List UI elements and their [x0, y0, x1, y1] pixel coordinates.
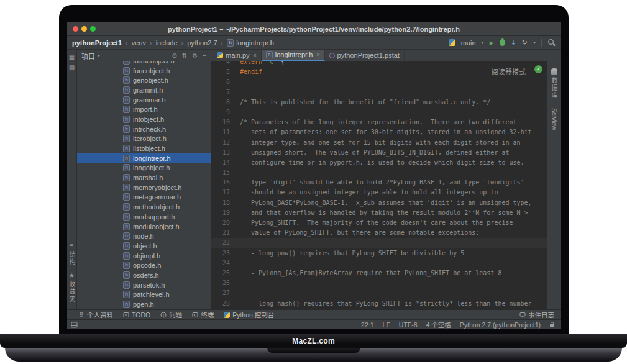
project-panel-title[interactable]: 项目	[81, 51, 95, 61]
run-icon[interactable]: ▶	[490, 40, 494, 46]
run-config-selector[interactable]: main	[461, 39, 476, 47]
breadcrumb-venv[interactable]: venv	[132, 39, 146, 47]
sciview-tool-button[interactable]: SciView	[551, 108, 557, 130]
tree-item[interactable]: hmethodobject.h	[77, 202, 211, 212]
tree-item[interactable]: hgrammar.h	[77, 95, 211, 105]
python-console-tool-button[interactable]: Python 控制台	[224, 310, 274, 319]
reader-mode-label[interactable]: 阅读器模式	[488, 66, 529, 77]
close-button[interactable]	[73, 26, 78, 32]
code-line[interactable]: 28 - long_hash() requires that PyLong_SH…	[211, 299, 547, 309]
tree-item[interactable]: hiterobject.h	[77, 134, 211, 144]
tab-pstat[interactable]: pythonProject1.pstat	[325, 50, 405, 61]
bookmark-list-icon[interactable]: ▤	[67, 64, 76, 71]
tree-item[interactable]: hobjimpl.h	[77, 251, 211, 261]
debug-icon[interactable]	[500, 39, 505, 46]
line-number[interactable]: 20	[211, 218, 230, 228]
line-number[interactable]: 10	[211, 117, 230, 127]
tree-item[interactable]: hmemoryobject.h	[77, 183, 211, 193]
line-separator-widget[interactable]: LF	[383, 321, 390, 329]
tree-item[interactable]: hobject.h	[77, 241, 211, 251]
code-line[interactable]: 19 and that overflow is handled by takin…	[211, 208, 547, 218]
expand-collapse-icon[interactable]: ⇅	[182, 52, 187, 59]
problems-tool-button[interactable]: 问题	[160, 310, 182, 319]
tree-item[interactable]: hgenobject.h	[77, 75, 211, 85]
breadcrumb-project[interactable]: pythonProject1	[72, 39, 122, 47]
breadcrumb-file[interactable]: h longintrepr.h	[227, 39, 274, 47]
code-line[interactable]: 26	[211, 278, 547, 288]
profiler-tool-button[interactable]: 个人资料	[78, 310, 113, 319]
code-line[interactable]: 24	[211, 258, 547, 268]
code-line[interactable]: 9	[211, 107, 547, 117]
window-titlebar[interactable]: pythonProject1 – ~/PycharmProjects/pytho…	[67, 22, 561, 36]
line-number[interactable]: 26	[211, 278, 230, 288]
line-number[interactable]: 19	[211, 208, 230, 218]
code-line[interactable]: 18 PyLong_BASE*PyLong_BASE-1. x_sub assu…	[211, 198, 547, 208]
encoding-widget[interactable]: UTF-8	[399, 321, 418, 329]
code-line[interactable]: 23 - long_pow() requires that PyLong_SHI…	[211, 248, 547, 258]
tree-item[interactable]: hparsetok.h	[77, 280, 211, 290]
line-number[interactable]: 25	[211, 268, 230, 278]
database-tool-button[interactable]: 数据库	[549, 68, 559, 99]
line-number[interactable]: 22	[211, 238, 230, 248]
line-number[interactable]: 21	[211, 228, 230, 238]
code-line[interactable]: 14 configure time or in pyport.h, is use…	[211, 158, 547, 168]
close-icon[interactable]: ×	[316, 52, 319, 58]
tab-main-py[interactable]: main.py ×	[213, 50, 262, 61]
structure-tool-button[interactable]: ≡ 结构	[67, 242, 76, 266]
line-number[interactable]: 24	[211, 258, 230, 268]
tree-item[interactable]: hfuncobject.h	[77, 66, 211, 76]
code-editor[interactable]: 4extern "C" {5#endif678/* This is publis…	[211, 61, 547, 309]
line-number[interactable]: 15	[211, 168, 230, 178]
line-number[interactable]: 7	[211, 88, 230, 98]
code-line[interactable]: 22	[211, 238, 547, 248]
settings-gear-icon[interactable]: ⚙	[192, 52, 198, 59]
tree-item[interactable]: hlongobject.h	[77, 163, 211, 173]
line-number[interactable]: 9	[211, 107, 230, 117]
tree-item[interactable]: hgraminit.h	[77, 85, 211, 95]
code-line[interactable]: 17 should be an unsigned integer type ab…	[211, 188, 547, 198]
code-line[interactable]: 16 Type 'digit' should be able to hold 2…	[211, 178, 547, 188]
caret-down-icon[interactable]: ▾	[482, 40, 484, 45]
tree-item[interactable]: hlistobject.h	[77, 143, 211, 153]
tree-item[interactable]: hpatchlevel.h	[77, 290, 211, 300]
line-number[interactable]: 16	[211, 178, 230, 188]
breadcrumb-python27[interactable]: python2.7	[187, 39, 217, 47]
line-number[interactable]: 14	[211, 158, 230, 168]
line-number[interactable]: 12	[211, 138, 230, 148]
code-line[interactable]: 20 PyLong_SHIFT. The majority of the cod…	[211, 218, 547, 228]
line-number[interactable]: 23	[211, 248, 230, 258]
minimize-button[interactable]	[81, 26, 87, 32]
line-number[interactable]: 28	[211, 299, 230, 309]
code-line[interactable]: 12 integer type, and one set for 15-bit …	[211, 138, 547, 148]
tree-item[interactable]: hnode.h	[77, 231, 211, 241]
sync-icon[interactable]: ↻	[522, 39, 528, 46]
code-line[interactable]: 11 sets of parameters: one set for 30-bi…	[211, 127, 547, 137]
line-number[interactable]: 11	[211, 127, 230, 137]
tree-item[interactable]: hpgen.h	[77, 299, 211, 309]
tree-item[interactable]: hmetagrammar.h	[77, 193, 211, 202]
line-number[interactable]: 5	[211, 67, 230, 77]
line-number[interactable]: 4	[211, 61, 230, 67]
tree-item[interactable]: hframeobject.h	[77, 61, 211, 66]
code-line[interactable]: 8/* This is published for the benefit of…	[211, 98, 547, 107]
close-icon[interactable]: ×	[254, 52, 257, 58]
tree-item[interactable]: hopcode.h	[77, 260, 211, 270]
locate-icon[interactable]: ⊙	[172, 52, 176, 59]
tree-item[interactable]: hosdefs.h	[77, 270, 211, 280]
caret-down-icon[interactable]: ▾	[533, 40, 536, 45]
search-icon[interactable]	[547, 39, 556, 47]
code-line[interactable]: 6	[211, 77, 547, 87]
line-number[interactable]: 13	[211, 148, 230, 158]
favorites-tool-button[interactable]: ★ 收藏夹	[67, 272, 76, 303]
code-line[interactable]: 10/* Parameters of the long integer repr…	[211, 117, 547, 127]
tree-item[interactable]: hintobject.h	[77, 114, 211, 124]
code-line[interactable]: 29 of bits in an unsigned long, as do th…	[211, 309, 547, 309]
tree-item[interactable]: hintrcheck.h	[77, 124, 211, 134]
code-line[interactable]: 27	[211, 288, 547, 298]
inspections-ok-icon[interactable]: ✓	[534, 65, 542, 73]
tree-item[interactable]: hmodsupport.h	[77, 212, 211, 222]
tree-item[interactable]: hmoduleobject.h	[77, 222, 211, 232]
lock-icon[interactable]	[549, 321, 555, 328]
code-line[interactable]: 13 unsigned short. The value of PYLONG_B…	[211, 148, 547, 158]
code-line[interactable]: 15	[211, 168, 547, 178]
